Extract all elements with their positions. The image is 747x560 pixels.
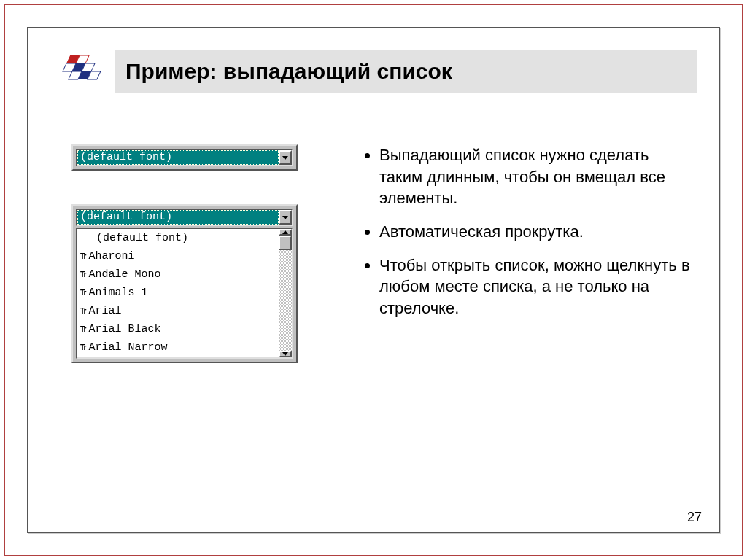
truetype-icon: Tr xyxy=(80,284,85,302)
combo-open-frame: (default font) (default font) xyxy=(71,204,298,363)
truetype-icon: Tr xyxy=(80,265,85,284)
font-dropdown-list[interactable]: (default font) Tr Aharoni Tr Andale Mono xyxy=(77,229,279,357)
list-item[interactable]: Tr Arial Narrow xyxy=(77,338,279,357)
scroll-thumb[interactable] xyxy=(279,236,292,250)
bullet-list: Выпадающий список нужно сделать таким дл… xyxy=(363,144,690,319)
font-combo-closed-button[interactable] xyxy=(279,150,292,165)
list-item-label: Arial xyxy=(88,302,121,320)
font-dropdown: (default font) Tr Aharoni Tr Andale Mono xyxy=(76,228,293,359)
page-number: 27 xyxy=(687,510,702,525)
chevron-down-icon xyxy=(282,156,288,160)
logo-icon xyxy=(53,52,111,89)
slide-title: Пример: выпадающий список xyxy=(125,59,452,84)
bullet-item: Автоматическая прокрутка. xyxy=(379,221,690,243)
combo-closed-frame: (default font) xyxy=(71,144,298,171)
list-item-label: Andale Mono xyxy=(88,265,160,284)
list-item[interactable]: Tr Andale Mono xyxy=(77,265,279,284)
slide-header: Пример: выпадающий список xyxy=(115,50,697,93)
chevron-down-icon xyxy=(282,352,288,356)
truetype-icon: Tr xyxy=(80,302,85,320)
list-item-label: Animals 1 xyxy=(88,284,147,302)
chevron-down-icon xyxy=(282,216,288,219)
font-combo-open-value: (default font) xyxy=(77,210,279,225)
list-item-label: Arial Black xyxy=(88,320,160,338)
truetype-icon: Tr xyxy=(80,247,85,265)
font-combo-closed[interactable]: (default font) xyxy=(76,149,293,166)
truetype-icon: Tr xyxy=(80,338,85,357)
slide-outer-frame: Пример: выпадающий список (default font) xyxy=(4,4,743,556)
truetype-icon: Tr xyxy=(80,320,85,338)
font-combo-open[interactable]: (default font) xyxy=(76,209,293,226)
list-item-label: Aharoni xyxy=(88,247,134,265)
dropdown-scrollbar[interactable] xyxy=(279,229,292,357)
list-item[interactable]: Tr Aharoni xyxy=(77,247,279,265)
list-item[interactable]: (default font) xyxy=(77,229,279,247)
font-combo-open-button[interactable] xyxy=(279,210,292,225)
scroll-up-button[interactable] xyxy=(279,229,292,236)
scroll-down-button[interactable] xyxy=(279,351,292,357)
list-item-label: (default font) xyxy=(83,229,188,247)
bullet-item: Чтобы открыть список, можно щелкнуть в л… xyxy=(379,254,690,319)
scroll-track[interactable] xyxy=(279,236,292,351)
font-combo-closed-value: (default font) xyxy=(77,150,279,165)
list-item[interactable]: Tr Arial Black xyxy=(77,320,279,338)
list-item[interactable]: Tr Arial xyxy=(77,302,279,320)
list-item-label: Arial Narrow xyxy=(88,338,167,357)
slide-inner-frame: Пример: выпадающий список (default font) xyxy=(27,27,720,533)
list-item[interactable]: Tr Animals 1 xyxy=(77,284,279,302)
bullet-item: Выпадающий список нужно сделать таким дл… xyxy=(379,144,690,209)
chevron-up-icon xyxy=(282,230,288,234)
